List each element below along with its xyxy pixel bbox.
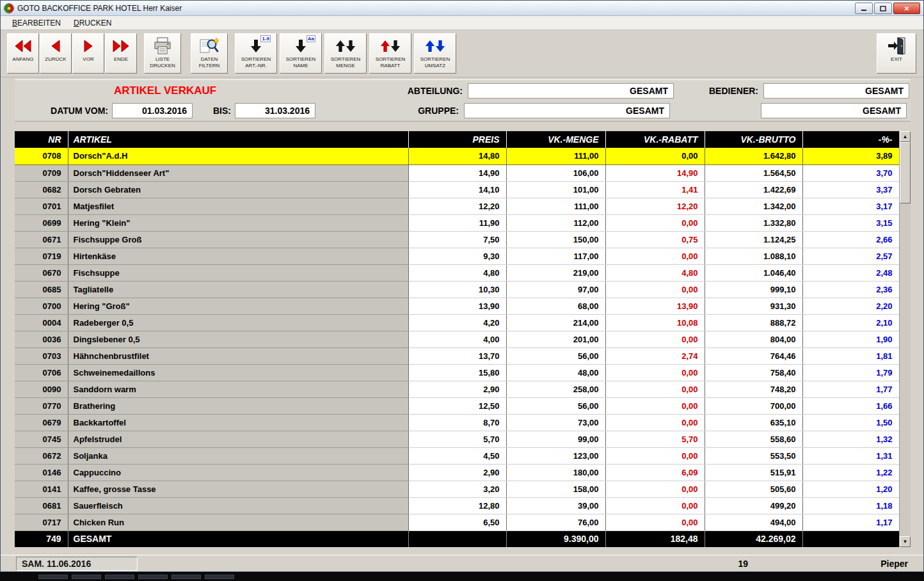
cell-artikel: Kaffee, grosse Tasse xyxy=(68,481,408,497)
table-row[interactable]: 0681Sauerfleisch12,8039,000,00499,201,18 xyxy=(15,497,899,514)
maximize-button[interactable] xyxy=(874,3,892,14)
taskbar-item[interactable] xyxy=(171,575,201,579)
cell-preis: 11,90 xyxy=(408,214,506,231)
header-vk-menge[interactable]: VK.-MENGE xyxy=(506,131,605,148)
table-row[interactable]: 0709Dorsch"Hiddenseer Art"14,90106,0014,… xyxy=(15,164,899,181)
table-row[interactable]: 0036Dingslebener 0,54,00201,000,00804,00… xyxy=(15,331,899,347)
table-row[interactable]: 0672Soljanka4,50123,000,00553,501,31 xyxy=(15,447,899,464)
taskbar-item[interactable] xyxy=(205,575,234,579)
cell-rabatt: 0,00 xyxy=(605,364,705,381)
print-icon xyxy=(152,36,173,56)
cell-artikel: Radeberger 0,5 xyxy=(68,314,408,331)
vertical-scrollbar[interactable]: ▲ ▼ xyxy=(899,131,911,547)
taskbar-item[interactable] xyxy=(72,575,101,579)
datum-vom-value[interactable]: 01.03.2016 xyxy=(112,103,193,118)
taskbar-item[interactable] xyxy=(138,575,168,579)
sortieren-artnr-button[interactable]: 1-9 SORTIEREN ART.-NR. xyxy=(235,33,277,74)
menu-drucken[interactable]: DRUCKEN xyxy=(67,17,118,29)
header-preis[interactable]: PREIS xyxy=(408,131,506,148)
first-record-icon xyxy=(15,36,31,56)
status-user: Pieper xyxy=(748,559,908,569)
scrollbar-thumb[interactable] xyxy=(900,142,911,203)
sortieren-umsatz-button[interactable]: SORTIEREN UMSATZ xyxy=(414,33,456,74)
table-row[interactable]: 0706Schweinemedaillons15,8048,000,00758,… xyxy=(15,364,899,381)
sortieren-name-button[interactable]: Aa SORTIEREN NAME xyxy=(280,33,322,74)
cell-percent: 1,17 xyxy=(802,514,899,530)
cell-preis: 4,80 xyxy=(408,264,506,281)
daten-filtern-button[interactable]: DATEN FILTERN xyxy=(191,33,228,74)
bediener-value[interactable]: GESAMT xyxy=(763,83,909,99)
cell-brutto: 748,20 xyxy=(705,381,802,397)
cell-percent: 1,20 xyxy=(802,481,899,497)
ende-button[interactable]: ENDE xyxy=(105,33,137,74)
table-row[interactable]: 0699Hering "Klein"11,90112,000,001.332,8… xyxy=(15,214,899,231)
cell-percent: 3,70 xyxy=(802,164,899,181)
table-row[interactable]: 0701Matjesfilet12,20111,0012,201.342,003… xyxy=(15,198,899,214)
cell-artikel: Fischsuppe Groß xyxy=(68,231,408,248)
table-row[interactable]: 0745Apfelstrudel5,7099,005,70558,601,32 xyxy=(15,431,899,447)
exit-button[interactable]: EXIT xyxy=(877,33,916,74)
menu-bearbeiten[interactable]: BEARBEITEN xyxy=(6,17,67,29)
cell-brutto: 558,60 xyxy=(705,431,802,447)
abteilung-value[interactable]: GESAMT xyxy=(468,83,674,99)
cell-percent: 1,50 xyxy=(802,414,899,431)
cell-percent: 1,31 xyxy=(802,447,899,464)
cell-menge: 48,00 xyxy=(506,364,605,381)
table-row[interactable]: 0682Dorsch Gebraten14,10101,001,411.422,… xyxy=(15,181,899,198)
taskbar-item[interactable] xyxy=(105,575,134,579)
cell-artikel: Dingslebener 0,5 xyxy=(68,331,408,347)
cell-nr: 0700 xyxy=(15,298,68,314)
table-row[interactable]: 0141Kaffee, grosse Tasse3,20158,000,0050… xyxy=(15,481,899,497)
filter-row-2: DATUM VOM: 01.03.2016 BIS: 31.03.2016 GR… xyxy=(15,100,911,120)
taskbar-item[interactable] xyxy=(38,575,68,579)
header-artikel[interactable]: ARTIKEL xyxy=(68,131,408,148)
cell-nr: 0706 xyxy=(15,364,68,381)
sortieren-rabatt-button[interactable]: SORTIEREN RABATT xyxy=(369,33,411,74)
table-row[interactable]: 0770Brathering12,5056,000,00700,001,66 xyxy=(15,397,899,414)
header-percent[interactable]: -%- xyxy=(802,131,899,148)
liste-drucken-button[interactable]: LISTE DRUCKEN xyxy=(144,33,181,74)
table-row[interactable]: 0708Dorsch"A.d.H14,80111,000,001.642,803… xyxy=(15,148,899,164)
cell-rabatt: 0,00 xyxy=(605,481,705,497)
table-row[interactable]: 0670Fischsuppe4,80219,004,801.046,402,48 xyxy=(15,264,899,281)
cell-nr: 0709 xyxy=(15,164,68,181)
header-nr[interactable]: NR xyxy=(15,131,68,148)
cell-menge: 39,00 xyxy=(506,497,605,514)
total-row: 749 GESAMT 9.390,00 182,48 42.269,02 xyxy=(15,530,899,547)
cell-nr: 0671 xyxy=(15,231,68,248)
table-row[interactable]: 0703Hähnchenbrustfilet13,7056,002,74764,… xyxy=(15,347,899,364)
minimize-button[interactable] xyxy=(855,3,873,14)
cell-brutto: 1.342,00 xyxy=(705,198,802,214)
table-row[interactable]: 0717Chicken Run6,5076,000,00494,001,17 xyxy=(15,514,899,530)
exit-icon xyxy=(887,36,906,56)
table-row[interactable]: 0004Radeberger 0,54,20214,0010,08888,722… xyxy=(15,314,899,331)
zurueck-button[interactable]: ZURÜCK xyxy=(40,33,72,74)
cell-brutto: 931,30 xyxy=(705,298,802,314)
scroll-down-button[interactable]: ▼ xyxy=(900,536,911,547)
taskbar xyxy=(0,573,924,581)
table-row[interactable]: 0671Fischsuppe Groß7,50150,000,751.124,2… xyxy=(15,231,899,248)
table-row[interactable]: 0719Hirtenkäse9,30117,000,001.088,102,57 xyxy=(15,248,899,264)
header-vk-rabatt[interactable]: VK.-RABATT xyxy=(605,131,705,148)
cell-artikel: Apfelstrudel xyxy=(68,431,408,447)
bis-value[interactable]: 31.03.2016 xyxy=(235,103,315,118)
table-row[interactable]: 0146Cappuccino2,90180,006,09515,911,22 xyxy=(15,464,899,481)
cell-menge: 123,00 xyxy=(506,447,605,464)
table-row[interactable]: 0679Backkartoffel8,7073,000,00635,101,50 xyxy=(15,414,899,431)
table-body: 0708Dorsch"A.d.H14,80111,000,001.642,803… xyxy=(15,148,899,530)
cell-nr: 0703 xyxy=(15,347,68,364)
close-button[interactable]: ✕ xyxy=(893,3,920,14)
table-row[interactable]: 0090Sanddorn warm2,90258,000,00748,201,7… xyxy=(15,381,899,397)
caption-buttons: ✕ xyxy=(855,2,920,14)
anfang-button[interactable]: ANFANG xyxy=(7,33,39,74)
gruppe-value[interactable]: GESAMT xyxy=(464,103,670,118)
header-vk-brutto[interactable]: VK.-BRUTTO xyxy=(705,131,802,148)
total-nr: 749 xyxy=(15,530,68,547)
table-row[interactable]: 0700Hering "Groß"13,9068,0013,90931,302,… xyxy=(15,298,899,314)
vor-button[interactable]: VOR xyxy=(72,33,104,74)
sortieren-menge-button[interactable]: SORTIEREN MENGE xyxy=(324,33,367,74)
scroll-up-button[interactable]: ▲ xyxy=(900,131,911,142)
cell-menge: 112,00 xyxy=(506,214,605,231)
gruppe2-value[interactable]: GESAMT xyxy=(761,103,907,118)
table-row[interactable]: 0685Tagliatelle10,3097,000,00999,102,36 xyxy=(15,281,899,298)
